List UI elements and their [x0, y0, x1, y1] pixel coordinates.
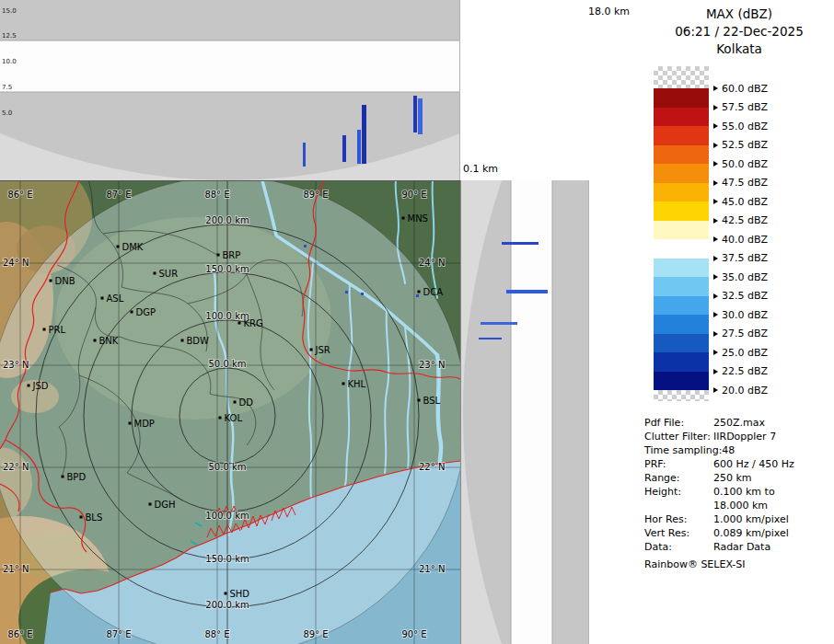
legend-checker-top: [654, 66, 709, 88]
product-datetime: 06:21 / 22-Dec-2025: [644, 23, 834, 40]
latitude-label: 21° N: [3, 564, 29, 574]
station-label-bls: BLS: [86, 512, 103, 523]
echo-speck: [416, 294, 419, 297]
legend-tick-arrow-icon: [713, 199, 718, 204]
legend-label: 42.5 dBZ: [713, 215, 768, 226]
station-label-dca: DCA: [423, 287, 444, 297]
legend-color-band: [654, 315, 709, 334]
station-marker-dgh: [149, 503, 152, 506]
station-marker-dd: [234, 401, 237, 404]
station-marker-jsd: [28, 385, 30, 387]
metadata-label: Clutter Filter:: [644, 430, 713, 443]
metadata-panel: Pdf File:250Z.maxClutter Filter:IIRDoppl…: [644, 416, 833, 571]
range-ring-label: 100.0 km: [205, 511, 249, 521]
station-label-bdw: BDW: [187, 336, 210, 346]
legend-label-text: 45.0 dBZ: [722, 196, 768, 208]
station-label-bpd: BPD: [67, 472, 87, 482]
echo-bar: [502, 242, 539, 245]
legend-label-text: 35.0 dBZ: [722, 271, 768, 283]
station-label-prl: PRL: [49, 325, 66, 335]
height-tick-label: 7.5: [2, 84, 12, 91]
longitude-label: 90° E: [401, 629, 426, 639]
legend-label-text: 30.0 dBZ: [722, 309, 768, 321]
echo-bar: [303, 143, 306, 167]
height-tick-label: 5.0: [2, 109, 12, 117]
legend-label: 55.0 dBZ: [713, 121, 768, 132]
longitude-label: 87° E: [106, 190, 131, 200]
latitude-label: 22° N: [419, 462, 445, 472]
station-label-jsd: JSD: [32, 381, 49, 391]
station-marker-kol: [219, 417, 222, 420]
range-ring-label: 50.0 km: [209, 359, 247, 369]
metadata-row: Height:0.100 km to: [644, 485, 833, 499]
legend-color-band: [654, 352, 709, 372]
station-marker-bsl: [418, 399, 421, 402]
metadata-value: 250 km: [713, 471, 752, 485]
station-marker-dmk: [117, 246, 120, 248]
station-marker-mns: [402, 217, 405, 220]
legend-color-scale: 60.0 dBZ57.5 dBZ55.0 dBZ52.5 dBZ50.0 dBZ…: [654, 66, 834, 408]
metadata-value: IIRDoppler 7: [713, 430, 776, 443]
legend-color-band: [654, 221, 709, 240]
legend-color-band: [654, 277, 709, 296]
legend-tick-arrow-icon: [713, 180, 718, 186]
legend-tick-arrow-icon: [713, 331, 718, 337]
station-marker-sur: [154, 272, 156, 275]
metadata-value: 0.089 km/pixel: [713, 526, 789, 540]
metadata-label: Hor Res:: [644, 512, 713, 526]
legend-tick-arrow-icon: [713, 293, 718, 299]
metadata-label: Time sampling:: [644, 443, 722, 457]
echo-bar: [413, 96, 417, 132]
legend-label: 45.0 dBZ: [713, 196, 768, 207]
legend-label: 60.0 dBZ: [713, 83, 768, 94]
station-marker-bls: [80, 516, 83, 519]
station-label-dnb: DNB: [55, 276, 75, 286]
legend-label: 37.5 dBZ: [713, 253, 768, 264]
legend-color-band: [654, 239, 709, 259]
legend-label-text: 52.5 dBZ: [722, 139, 768, 151]
height-tick-label: 10.0: [2, 58, 17, 65]
echo-speck: [361, 293, 364, 295]
metadata-row: PRF:600 Hz / 450 Hz: [644, 457, 833, 471]
station-marker-bnk: [94, 339, 97, 342]
station-label-brp: BRP: [223, 250, 241, 260]
latitude-label: 24° N: [3, 258, 29, 268]
range-ring-label: 150.0 km: [205, 554, 249, 564]
range-ring-label: 200.0 km: [205, 215, 249, 225]
legend-tick-arrow-icon: [713, 256, 718, 261]
echo-bar: [481, 322, 517, 325]
legend-color-band: [654, 164, 709, 183]
right-cross-section-panel: [460, 180, 589, 644]
station-label-dgh: DGH: [155, 500, 176, 510]
legend-label-text: 40.0 dBZ: [722, 234, 768, 246]
metadata-row: Pdf File:250Z.max: [644, 416, 833, 430]
metadata-value: 1.000 km/pixel: [713, 512, 789, 526]
metadata-label: PRF:: [644, 457, 713, 471]
echo-bar: [479, 338, 502, 339]
station-marker-dgp: [131, 311, 133, 314]
legend-label-text: 27.5 dBZ: [722, 328, 768, 339]
metadata-label: Height:: [644, 485, 713, 499]
range-ring-label: 200.0 km: [205, 600, 249, 610]
station-label-dd: DD: [239, 397, 254, 408]
station-marker-khl: [342, 383, 345, 385]
echo-speck: [304, 245, 307, 247]
station-label-dgp: DGP: [136, 307, 156, 317]
station-marker-dca: [418, 291, 421, 293]
legend-label: 40.0 dBZ: [713, 234, 768, 245]
metadata-row: Range:250 km: [644, 471, 833, 485]
metadata-row: 18.000 km: [644, 499, 833, 512]
legend-color-band: [654, 145, 709, 165]
radar-map-panel: 86° E86° E87° E87° E88° E88° E89° E89° E…: [0, 180, 460, 644]
metadata-value: 250Z.max: [713, 416, 765, 430]
station-marker-asl: [101, 297, 104, 300]
longitude-label: 89° E: [303, 190, 328, 200]
height-tick-label: 12.5: [2, 32, 17, 40]
latitude-label: 23° N: [419, 360, 445, 370]
metadata-value: Radar Data: [713, 540, 770, 554]
top-cross-section-panel: 15.012.510.07.55.0: [0, 0, 460, 180]
legend-label-text: 22.5 dBZ: [722, 365, 768, 377]
echo-bar: [357, 130, 361, 164]
metadata-label: Pdf File:: [644, 416, 713, 430]
station-marker-prl: [43, 328, 46, 331]
